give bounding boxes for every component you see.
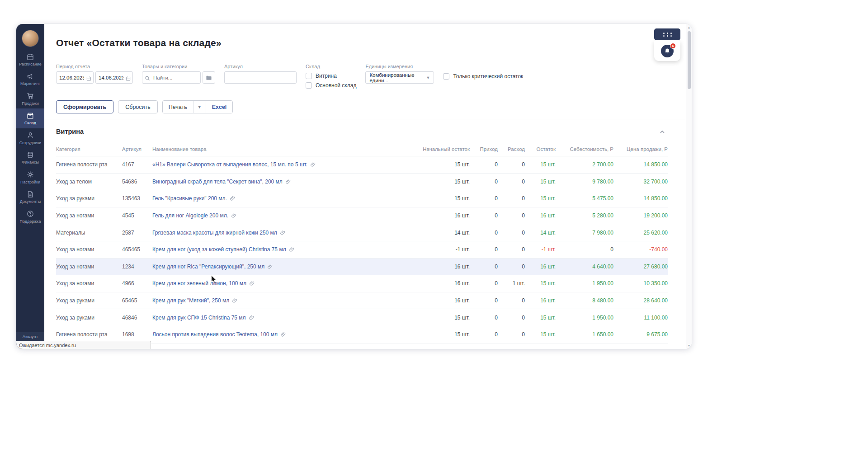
sidebar-item-label: Документы: [20, 200, 41, 204]
cell-income: 0: [470, 280, 498, 287]
cell-sku: 54686: [122, 179, 152, 185]
cell-expense: 0: [498, 161, 525, 168]
critical-stock-checkbox[interactable]: Только критический остаток: [443, 73, 523, 80]
browser-status-bar: Ожидается mc.yandex.ru: [16, 341, 151, 349]
sidebar-item-documents[interactable]: Документы: [16, 187, 44, 207]
cell-product-name: Грязевая маска красоты для жирной кожи 2…: [152, 230, 419, 236]
table-row[interactable]: Уход за руками135463Гель "Красивые руки"…: [56, 190, 668, 207]
product-link[interactable]: «Н1» Валери Сыворотка от выпадения волос…: [152, 161, 307, 168]
products-search-input[interactable]: [142, 71, 201, 84]
sidebar-item-finance[interactable]: Финансы: [16, 148, 44, 167]
sidebar-item-account[interactable]: Аккаунт: [16, 332, 44, 341]
table-row[interactable]: Уход за ногами1234Крем для ног Rica "Рел…: [56, 259, 668, 276]
scrollbar-thumb[interactable]: [688, 31, 691, 89]
sidebar-item-support[interactable]: Поддержка: [16, 207, 44, 226]
cell-expense: 0: [498, 179, 525, 185]
notification-badge: 6: [670, 43, 676, 49]
cell-stock: 15 шт.: [525, 331, 556, 338]
product-link[interactable]: Крем для ног (уход за кожей ступней) Chr…: [152, 246, 286, 253]
cell-income: 0: [470, 195, 498, 202]
attachment-icon: [281, 332, 286, 337]
collapse-section-button[interactable]: [657, 127, 668, 136]
table-row[interactable]: Гигиена полости рта4167«Н1» Валери Сывор…: [56, 156, 668, 174]
sidebar-item-label: Поддержка: [20, 220, 41, 224]
vertical-scrollbar[interactable]: ▲ ▼: [686, 24, 692, 349]
sidebar-nav: РасписаниеМаркетингПродажиСкладСотрудник…: [16, 50, 44, 226]
column-header-label[interactable]: Наименование товара: [152, 146, 207, 152]
cell-expense: 0: [498, 263, 525, 270]
product-link[interactable]: Крем для рук СПФ-15 Christina 75 мл: [152, 315, 246, 321]
reset-button[interactable]: Сбросить: [118, 100, 158, 113]
cell-initial-stock: 15 шт.: [419, 179, 470, 185]
cell-stock: 14 шт.: [525, 230, 556, 236]
product-link[interactable]: Крем для ног зеленый лимон, 100 мл: [152, 280, 246, 287]
product-link[interactable]: Лосьон против выпадения волос Teotema, 1…: [152, 331, 278, 338]
sidebar-item-staff[interactable]: Сотрудники: [16, 128, 44, 148]
units-select[interactable]: Комбинированные едини... ▼: [365, 71, 434, 84]
product-link[interactable]: Гель "Красивые руки" 200 мл.: [152, 195, 227, 202]
settings-icon: [27, 171, 34, 179]
filters-bar: Период отчета: [56, 64, 668, 89]
table-row[interactable]: Уход за ногами4545Гель для ног Algologie…: [56, 207, 668, 225]
cell-stock: -1 шт.: [525, 246, 556, 253]
filter-sku: Артикул: [224, 64, 297, 84]
units-selected-value: Комбинированные едини...: [369, 72, 423, 83]
cell-cost: 5 280.00: [556, 212, 613, 219]
attachment-icon: [230, 196, 235, 201]
scroll-up-arrow[interactable]: ▲: [686, 26, 692, 29]
print-dropdown-button[interactable]: ▼: [193, 101, 206, 113]
cell-expense: 0: [498, 297, 525, 304]
section-title: Витрина: [56, 128, 84, 135]
table-row[interactable]: Уход за руками46846Крем для рук СПФ-15 C…: [56, 309, 668, 326]
table-row[interactable]: Уход за руками65465Крем для рук "Мягкий"…: [56, 292, 668, 310]
warehouse-option-vitrina[interactable]: Витрина: [306, 73, 356, 79]
column-header-label[interactable]: Категория: [56, 146, 80, 152]
cell-initial-stock: 16 шт.: [419, 263, 470, 270]
apps-grid-button[interactable]: [654, 28, 680, 40]
product-link[interactable]: Грязевая маска красоты для жирной кожи 2…: [152, 230, 277, 236]
product-link[interactable]: Крем для ног Rica "Релаксирующий", 250 м…: [152, 263, 264, 270]
user-avatar[interactable]: [22, 30, 39, 47]
table-row[interactable]: Уход за ногами4966Крем для ног зеленый л…: [56, 275, 668, 292]
table-header: КатегорияАртикулНаименование товараНачал…: [56, 142, 668, 156]
table-row[interactable]: Материалы2587Грязевая маска красоты для …: [56, 224, 668, 241]
table-row[interactable]: Уход за ногами465465Крем для ног (уход з…: [56, 241, 668, 259]
sku-input[interactable]: [224, 71, 297, 84]
products-label: Товары и категории: [142, 64, 215, 69]
scroll-down-arrow[interactable]: ▼: [686, 344, 692, 347]
filter-units: Единицы измерения Комбинированные едини.…: [365, 64, 434, 84]
search-icon: [145, 75, 150, 83]
cell-income: 0: [470, 179, 498, 185]
sidebar-item-calendar[interactable]: Расписание: [16, 50, 44, 69]
cell-sku: 1698: [122, 331, 152, 338]
cell-sale-price: 11 100.00: [613, 315, 668, 321]
sidebar-item-marketing[interactable]: Маркетинг: [16, 69, 44, 89]
cell-initial-stock: 15 шт.: [419, 161, 470, 168]
notifications-button[interactable]: 6: [661, 45, 674, 57]
cell-sale-price: 25 620.00: [613, 230, 668, 236]
sidebar-item-warehouse[interactable]: Склад: [16, 108, 44, 128]
product-link[interactable]: Виноградный скраб для тела "Секрет вина"…: [152, 179, 283, 185]
cell-cost: 4 640.00: [556, 263, 613, 270]
column-header-label[interactable]: Артикул: [122, 146, 142, 152]
cell-cost: 0: [556, 246, 613, 253]
generate-button[interactable]: Сформировать: [56, 100, 113, 113]
product-link[interactable]: Крем для рук "Мягкий", 250 мл: [152, 297, 229, 304]
column-header: Себестоимость, Р: [556, 146, 613, 152]
print-button[interactable]: Печать: [163, 101, 193, 113]
warehouse-option-main[interactable]: Основной склад: [306, 82, 356, 89]
cell-product-name: Лосьон против выпадения волос Teotema, 1…: [152, 331, 419, 338]
sidebar-item-settings[interactable]: Настройки: [16, 168, 44, 187]
cell-product-name: Крем для рук "Мягкий", 250 мл: [152, 297, 419, 304]
excel-button[interactable]: Excel: [206, 101, 233, 113]
cell-initial-stock: 15 шт.: [419, 315, 470, 321]
sidebar-item-label: Маркетинг: [20, 82, 40, 86]
sidebar-item-sales[interactable]: Продажи: [16, 89, 44, 108]
table-row[interactable]: Уход за телом54686Виноградный скраб для …: [56, 174, 668, 191]
column-header: Остаток: [525, 146, 556, 152]
checkbox-label: Витрина: [316, 73, 337, 79]
category-folder-button[interactable]: [203, 71, 215, 84]
product-link[interactable]: Гель для ног Algologie 200 мл.: [152, 212, 228, 219]
attachment-icon: [311, 162, 316, 167]
cell-sku: 2587: [122, 230, 152, 236]
